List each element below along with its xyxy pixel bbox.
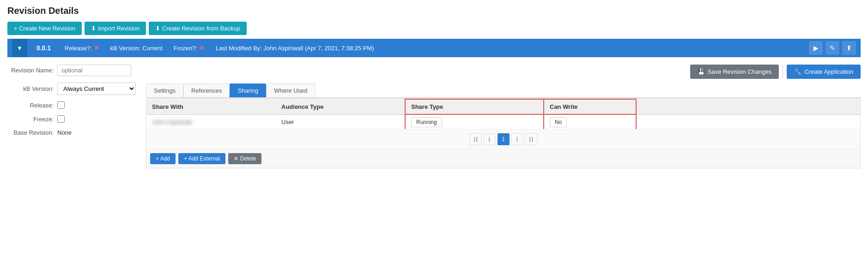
revision-version: 0.0.1 (27, 44, 60, 52)
revision-name-row: Revision Name: (7, 65, 137, 76)
freeze-checkbox[interactable] (57, 115, 65, 123)
chevron-down-icon: ▼ (17, 45, 23, 52)
share-with-value: John Aspinwall (152, 119, 192, 125)
col-header-share-type: Share Type (405, 99, 544, 114)
freeze-row: Freeze: (7, 115, 137, 123)
right-panel: 💾 Save Revision Changes 🔧 Create Applica… (146, 65, 861, 168)
tab-bar: Settings References Sharing Where Used (146, 83, 861, 98)
current-page-button[interactable]: 1 (498, 133, 510, 145)
add-button[interactable]: + Add (150, 153, 176, 164)
content-area: Revision Name: kB Version: Always Curren… (7, 57, 861, 176)
kb-version-field: kB Version: Current (110, 45, 163, 52)
delete-button[interactable]: ✕ Delete (228, 153, 261, 164)
top-actions: 💾 Save Revision Changes 🔧 Create Applica… (146, 65, 861, 79)
play-button[interactable]: ▶ (809, 41, 823, 55)
kb-version-label: kB Version: (7, 85, 54, 92)
revision-name-input[interactable] (57, 65, 131, 76)
freeze-label: Freeze: (7, 116, 54, 123)
app-icon: 🔧 (794, 68, 801, 75)
create-new-revision-button[interactable]: + Create New Revision (7, 22, 82, 35)
revision-actions: ▶ ✎ ⬆ (809, 41, 856, 55)
col-header-can-write: Can Write (544, 99, 636, 114)
release-value-icon: ✕ (94, 44, 99, 52)
pagination: ⟨⟨ ⟨ 1 ⟩ ⟩⟩ (146, 129, 860, 149)
col-header-share-with: Share With (146, 99, 276, 114)
frozen-field: Frozen?: ✕ (174, 44, 205, 52)
can-write-badge: No (550, 117, 567, 127)
base-revision-row: Base Revision: None (7, 129, 137, 136)
toolbar: + Create New Revision ⬇ Import Revision … (7, 22, 861, 35)
save-revision-button[interactable]: 💾 Save Revision Changes (690, 65, 779, 79)
col-header-audience-type: Audience Type (276, 99, 405, 114)
next-page-button[interactable]: ⟩ (511, 133, 523, 145)
table-row: John Aspinwall User Running No (146, 114, 860, 129)
create-revision-from-backup-button[interactable]: ⬇ Create Revision from Backup (149, 22, 247, 35)
first-page-button[interactable]: ⟨⟨ (470, 133, 482, 145)
kb-version-select[interactable]: Always Current (57, 83, 136, 95)
cell-share-with: John Aspinwall (146, 114, 276, 129)
save-icon: 💾 (698, 68, 705, 75)
revision-name-label: Revision Name: (7, 67, 54, 74)
tab-settings[interactable]: Settings (146, 83, 183, 97)
sharing-table: Share With Audience Type Share Type Can … (146, 99, 860, 129)
tab-where-used[interactable]: Where Used (266, 83, 315, 97)
frozen-value-icon: ✕ (199, 44, 205, 52)
download-button[interactable]: ⬆ (842, 41, 856, 55)
kb-version-row: kB Version: Always Current (7, 83, 137, 95)
revision-bar: ▼ 0.0.1 Release?: ✕ kB Version: Current … (7, 39, 861, 57)
audience-type-value: User (281, 119, 294, 125)
last-modified-field: Last Modified By: John Aspinwall (Apr 7,… (216, 45, 374, 52)
tab-references[interactable]: References (183, 83, 230, 97)
cell-can-write: No (544, 114, 636, 129)
add-external-button[interactable]: + Add External (178, 153, 225, 164)
base-revision-label: Base Revision: (7, 129, 54, 136)
action-divider (783, 65, 783, 79)
release-checkbox[interactable] (57, 101, 65, 109)
release-label: Release: (7, 102, 54, 109)
release-row: Release: (7, 101, 137, 109)
revision-dropdown-button[interactable]: ▼ (12, 39, 27, 57)
page-container: Revision Details + Create New Revision ⬇… (0, 0, 868, 267)
release-field: Release?: ✕ (65, 44, 99, 52)
create-application-button[interactable]: 🔧 Create Application (787, 65, 861, 79)
cell-extra (636, 114, 860, 129)
prev-page-button[interactable]: ⟨ (484, 133, 496, 145)
page-title: Revision Details (7, 6, 861, 16)
cell-audience-type: User (276, 114, 405, 129)
last-page-button[interactable]: ⟩⟩ (525, 133, 537, 145)
revision-info: Release?: ✕ kB Version: Current Frozen?:… (60, 44, 809, 52)
import-revision-button[interactable]: ⬇ Import Revision (85, 22, 146, 35)
left-panel: Revision Name: kB Version: Always Curren… (7, 65, 137, 168)
table-footer: + Add + Add External ✕ Delete (146, 149, 860, 168)
table-header-row: Share With Audience Type Share Type Can … (146, 99, 860, 114)
cell-share-type: Running (405, 114, 544, 129)
sharing-table-container: Share With Audience Type Share Type Can … (146, 98, 861, 168)
edit-button[interactable]: ✎ (826, 41, 839, 55)
base-revision-value: None (57, 129, 72, 136)
share-type-badge: Running (411, 117, 442, 127)
tab-sharing[interactable]: Sharing (230, 83, 266, 97)
col-header-extra (636, 99, 860, 114)
